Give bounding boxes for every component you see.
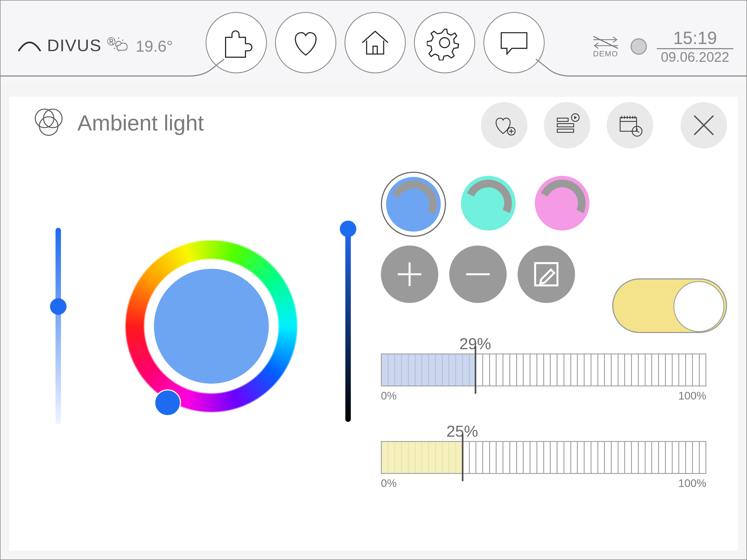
card-title: Ambient light <box>77 110 204 136</box>
svg-point-8 <box>440 38 449 48</box>
svg-rect-19 <box>557 124 574 127</box>
playlist-icon <box>553 111 581 139</box>
edit-preset-button[interactable] <box>518 246 575 303</box>
sync-icon <box>591 35 621 50</box>
header-divider <box>1 58 747 85</box>
plus-icon <box>393 258 426 291</box>
preset-blue[interactable] <box>381 172 446 237</box>
record-indicator[interactable] <box>630 38 647 55</box>
calendar-clock-icon <box>616 111 644 139</box>
edit-icon <box>530 258 563 291</box>
svg-point-13 <box>44 109 62 128</box>
warmth-track[interactable] <box>381 441 706 474</box>
svg-line-5 <box>114 40 115 41</box>
svg-point-12 <box>35 109 54 128</box>
toggle-knob <box>673 281 724 332</box>
brightness-track[interactable] <box>381 354 706 386</box>
ambient-light-card: Ambient light <box>9 96 738 551</box>
weather-temperature: 19.6° <box>136 37 173 55</box>
brand-arc-icon <box>17 39 43 52</box>
brand-logo: DIVUS ® <box>17 35 115 55</box>
preset-ops <box>381 246 575 303</box>
warmth-bar[interactable]: 25% 0% 100% <box>381 441 706 489</box>
svg-line-6 <box>122 40 123 41</box>
svg-point-14 <box>40 117 58 135</box>
brand-name: DIVUS <box>47 35 101 55</box>
svg-line-7 <box>114 48 115 49</box>
scenes-button[interactable] <box>544 102 590 149</box>
brightness-handle[interactable] <box>475 346 476 394</box>
warmth-handle[interactable] <box>462 434 463 481</box>
svg-marker-22 <box>574 116 577 119</box>
preset-teal[interactable] <box>457 172 520 235</box>
color-preview <box>154 269 269 384</box>
chat-icon <box>496 25 532 60</box>
card-actions <box>481 102 653 149</box>
clock-time: 15:19 <box>673 28 717 48</box>
card-header: Ambient light <box>31 105 204 142</box>
add-favorite-button[interactable] <box>481 102 527 149</box>
puzzle-icon <box>218 25 254 60</box>
close-button[interactable] <box>680 102 727 149</box>
saturation-thumb[interactable] <box>50 298 67 315</box>
sync-label: DEMO <box>593 50 618 58</box>
preset-pink[interactable] <box>531 172 594 235</box>
brightness-fill <box>382 354 475 385</box>
brightness-max-label: 100% <box>678 390 706 402</box>
right-controls <box>381 172 727 237</box>
hue-cursor[interactable] <box>154 389 181 416</box>
warmth-fill <box>382 442 463 473</box>
rgb-venn-icon <box>31 105 67 142</box>
warmth-min-label: 0% <box>381 477 397 489</box>
weather-icon <box>111 36 131 56</box>
schedule-button[interactable] <box>607 102 653 149</box>
gear-icon <box>427 25 462 60</box>
brightness-bar[interactable]: 29% 0% 100% <box>381 354 706 402</box>
color-presets <box>381 172 727 237</box>
minus-icon <box>462 258 494 291</box>
svg-rect-18 <box>557 118 568 121</box>
svg-rect-23 <box>620 118 637 131</box>
home-icon <box>357 25 393 60</box>
value-slider[interactable] <box>345 225 351 422</box>
color-picker <box>31 214 359 449</box>
hue-wheel[interactable] <box>102 217 321 436</box>
warmth-max-label: 100% <box>678 477 706 489</box>
svg-rect-20 <box>557 129 574 132</box>
heart-plus-icon <box>491 111 518 139</box>
power-toggle[interactable] <box>612 278 727 333</box>
saturation-slider[interactable] <box>55 228 61 425</box>
sync-indicator[interactable]: DEMO <box>591 35 621 58</box>
weather-widget[interactable]: 19.6° <box>111 36 173 56</box>
remove-preset-button[interactable] <box>449 246 507 303</box>
add-preset-button[interactable] <box>381 246 438 303</box>
header: DIVUS ® 19.6° <box>1 1 746 84</box>
close-icon <box>692 113 716 137</box>
heart-icon <box>288 25 324 60</box>
brightness-min-label: 0% <box>381 390 397 402</box>
value-thumb[interactable] <box>340 221 356 237</box>
